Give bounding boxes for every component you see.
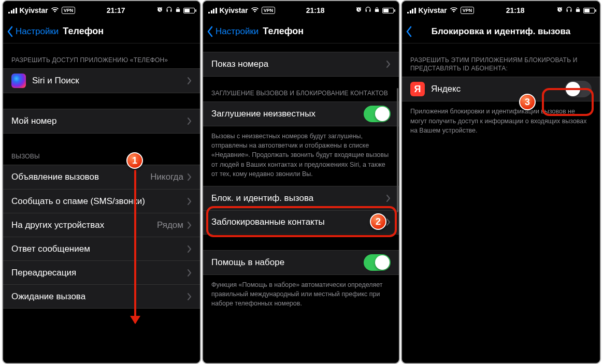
section-header-allow: РАЗРЕШИТЬ ДОСТУП ПРИЛОЖЕНИЮ «ТЕЛЕФОН» bbox=[3, 43, 200, 68]
page-title: Телефон bbox=[263, 26, 304, 37]
chevron-left-icon bbox=[405, 26, 412, 37]
status-bar: Kyivstar VPN 21:18 bbox=[203, 1, 399, 20]
chevron-right-icon bbox=[188, 198, 192, 205]
vpn-badge: VPN bbox=[461, 7, 475, 14]
chevron-right-icon bbox=[188, 118, 192, 125]
siri-icon bbox=[11, 74, 26, 88]
cell-label: Мой номер bbox=[11, 116, 188, 126]
cell-label: Яндекс bbox=[431, 84, 565, 94]
chevron-right-icon bbox=[386, 61, 391, 68]
battery-icon bbox=[382, 8, 394, 13]
section-footer-apps: Приложения блокировки и идентификации вы… bbox=[402, 101, 600, 138]
page-title: Блокировка и идентиф. вызова bbox=[402, 26, 600, 37]
chevron-right-icon bbox=[386, 195, 391, 202]
cell-label: Блок. и идентиф. вызова bbox=[211, 193, 386, 203]
phone-screen-1: Kyivstar VPN 21:17 Настройки Телефон РАЗ… bbox=[3, 1, 200, 363]
status-bar: Kyivstar VPN 21:18 bbox=[402, 1, 600, 20]
nav-bar: Блокировка и идентиф. вызова bbox=[402, 20, 600, 43]
back-label: Настройки bbox=[216, 26, 259, 37]
wifi-icon bbox=[450, 6, 458, 14]
headphones-icon bbox=[566, 6, 572, 14]
page-title: Телефон bbox=[63, 26, 104, 37]
headphones-icon bbox=[365, 6, 371, 14]
chevron-right-icon bbox=[188, 245, 192, 253]
lock-icon bbox=[575, 6, 581, 14]
annotation-arrow-down bbox=[134, 170, 136, 323]
chevron-right-icon bbox=[188, 222, 192, 229]
chevron-right-icon bbox=[188, 269, 192, 276]
clock-label: 21:18 bbox=[306, 6, 325, 14]
cell-report-spam[interactable]: Сообщать о спаме (SMS/звонки) bbox=[3, 189, 200, 213]
back-button[interactable]: Настройки bbox=[206, 26, 259, 37]
cell-my-number[interactable]: Мой номер bbox=[3, 109, 200, 133]
signal-icon bbox=[208, 8, 217, 13]
alarm-icon bbox=[355, 6, 362, 14]
chevron-right-icon bbox=[188, 293, 192, 300]
lock-icon bbox=[175, 6, 181, 14]
vpn-badge: VPN bbox=[62, 7, 76, 14]
chevron-right-icon bbox=[188, 77, 192, 84]
cell-label: Показ номера bbox=[211, 59, 386, 69]
section-header-calls: ВЫЗОВЫ bbox=[3, 134, 200, 165]
wifi-icon bbox=[51, 6, 59, 14]
section-header-allow-apps: РАЗРЕШИТЬ ЭТИМ ПРИЛОЖЕНИЯМ БЛОКИРОВАТЬ И… bbox=[402, 43, 600, 77]
cell-call-blocking-id[interactable]: Блок. и идентиф. вызова bbox=[203, 186, 399, 210]
cell-announce-calls[interactable]: Объявление вызовов Никогда bbox=[3, 165, 200, 189]
cell-label: Заглушение неизвестных bbox=[211, 109, 364, 119]
status-bar: Kyivstar VPN 21:17 bbox=[3, 1, 200, 20]
back-button[interactable] bbox=[405, 26, 414, 37]
annotation-badge-1: 1 bbox=[126, 152, 143, 169]
nav-bar: Настройки Телефон bbox=[3, 20, 200, 43]
cell-label: Siri и Поиск bbox=[32, 76, 188, 86]
cell-value: Рядом bbox=[157, 220, 183, 230]
section-header-silence: ЗАГЛУШЕНИЕ ВЫЗОВОВ И БЛОКИРОВАНИЕ КОНТАК… bbox=[203, 77, 399, 101]
phone-screen-2: Kyivstar VPN 21:18 Настройки Телефон bbox=[203, 1, 399, 363]
cell-label: Заблокированные контакты bbox=[211, 217, 386, 227]
alarm-icon bbox=[156, 6, 163, 14]
cell-label: Объявление вызовов bbox=[11, 172, 150, 182]
toggle-yandex[interactable] bbox=[565, 81, 592, 97]
cell-show-caller-id[interactable]: Показ номера bbox=[203, 52, 399, 76]
cell-other-devices[interactable]: На других устройствах Рядом bbox=[3, 213, 200, 237]
scroll-indicator bbox=[397, 88, 398, 212]
cell-value: Никогда bbox=[150, 172, 183, 182]
settings-list: Показ номера ЗАГЛУШЕНИЕ ВЫЗОВОВ И БЛОКИР… bbox=[203, 43, 399, 363]
cell-label: Помощь в наборе bbox=[211, 257, 364, 268]
toggle-silence-unknown[interactable] bbox=[364, 106, 391, 122]
back-button[interactable]: Настройки bbox=[6, 26, 59, 37]
settings-list: РАЗРЕШИТЬ ДОСТУП ПРИЛОЖЕНИЮ «ТЕЛЕФОН» Si… bbox=[3, 43, 200, 363]
battery-icon bbox=[183, 8, 195, 13]
carrier-label: Kyivstar bbox=[419, 6, 447, 14]
signal-icon bbox=[8, 8, 17, 13]
carrier-label: Kyivstar bbox=[20, 6, 48, 14]
phone-screen-3: Kyivstar VPN 21:18 Блокировка и идентиф.… bbox=[402, 1, 600, 363]
headphones-icon bbox=[166, 6, 173, 14]
carrier-label: Kyivstar bbox=[220, 6, 248, 14]
chevron-right-icon bbox=[386, 219, 391, 226]
cell-call-waiting[interactable]: Ожидание вызова bbox=[3, 284, 200, 308]
chevron-right-icon bbox=[188, 173, 192, 181]
cell-silence-unknown[interactable]: Заглушение неизвестных bbox=[203, 102, 399, 126]
clock-label: 21:17 bbox=[107, 6, 125, 14]
lock-icon bbox=[374, 6, 380, 14]
section-footer-silence: Вызовы с неизвестных номеров будут заглу… bbox=[203, 126, 399, 182]
chevron-left-icon bbox=[206, 26, 213, 37]
settings-list: РАЗРЕШИТЬ ЭТИМ ПРИЛОЖЕНИЯМ БЛОКИРОВАТЬ И… bbox=[402, 43, 600, 363]
back-label: Настройки bbox=[16, 26, 59, 37]
section-footer-assist: Функция «Помощь в наборе» автоматически … bbox=[203, 275, 399, 311]
cell-reply-message[interactable]: Ответ сообщением bbox=[3, 237, 200, 260]
toggle-dial-assist[interactable] bbox=[364, 254, 391, 271]
cell-siri-search[interactable]: Siri и Поиск bbox=[3, 69, 200, 93]
annotation-badge-3: 3 bbox=[519, 94, 536, 110]
cell-forwarding[interactable]: Переадресация bbox=[3, 260, 200, 284]
wifi-icon bbox=[251, 6, 259, 14]
cell-yandex-app[interactable]: Я Яндекс bbox=[402, 77, 600, 101]
cell-dial-assist[interactable]: Помощь в наборе bbox=[203, 251, 399, 274]
alarm-icon bbox=[556, 6, 563, 14]
annotation-badge-2: 2 bbox=[370, 213, 386, 230]
vpn-badge: VPN bbox=[262, 7, 276, 14]
cell-label: Сообщать о спаме (SMS/звонки) bbox=[11, 196, 188, 207]
signal-icon bbox=[407, 8, 416, 13]
chevron-left-icon bbox=[6, 26, 13, 37]
cell-label: Ответ сообщением bbox=[11, 244, 188, 254]
